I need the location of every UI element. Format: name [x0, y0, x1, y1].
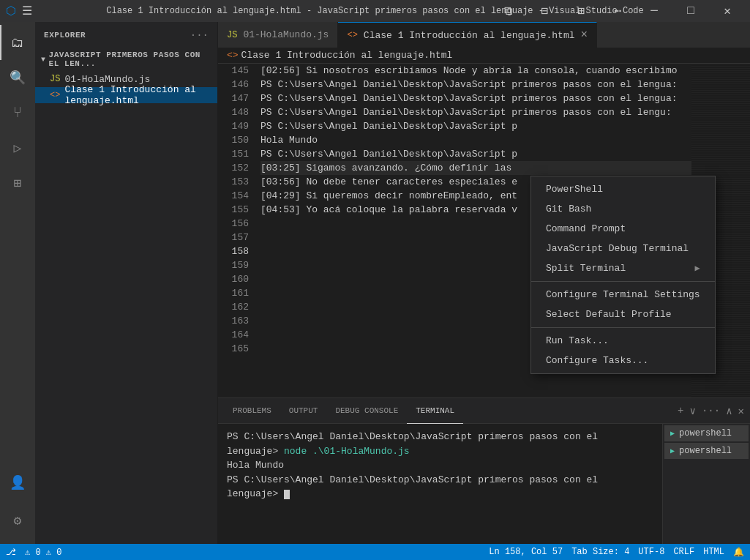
menu-command-prompt-label: Command Prompt — [546, 223, 626, 234]
status-bar: ⎇ ⚠ 0 ⚠ 0 Ln 158, Col 57 Tab Size: 4 UTF… — [0, 544, 750, 560]
breadcrumb: <> Clase 1 Introducción al lenguaje.html — [218, 48, 750, 64]
menu-item-configure-terminal[interactable]: Configure Terminal Settings — [531, 285, 715, 305]
menu-item-run-task[interactable]: Run Task... — [531, 331, 715, 351]
menu-select-default-label: Select Default Profile — [546, 309, 672, 320]
tab-js-label: 01-HolaMundo.js — [243, 29, 329, 40]
tree-section-header[interactable]: ▼ JAVASCRIPT PRIMEROS PASOS CON EL LEN..… — [35, 48, 217, 71]
terminal-right-panel: ▶ powershell ▶ powershell — [662, 424, 750, 544]
close-button[interactable]: ✕ — [710, 0, 744, 22]
activity-source-control[interactable]: ⑂ — [0, 95, 35, 130]
activity-bar: 🗂 🔍 ⑂ ▷ ⊞ 👤 ⚙ — [0, 22, 35, 544]
menu-item-js-debug[interactable]: JavaScript Debug Terminal — [531, 239, 715, 258]
panel-actions: + ∨ ··· ∧ ✕ — [678, 405, 744, 417]
terminal-body: PS C:\Users\Angel Daniel\Desktop\JavaScr… — [218, 424, 750, 544]
panel-tab-output[interactable]: OUTPUT — [280, 398, 327, 424]
panel-tab-terminal[interactable]: TERMINAL — [407, 398, 463, 424]
ps-tab-1-label: powershell — [679, 428, 732, 438]
vscode-logo-icon: ⬡ — [6, 4, 16, 18]
ps-tab-2-label: powershell — [679, 446, 732, 456]
tab-js[interactable]: JS 01-HolaMundo.js — [218, 22, 338, 48]
menu-item-select-default[interactable]: Select Default Profile — [531, 305, 715, 324]
html-breadcrumb-icon: <> — [227, 50, 239, 61]
menu-git-bash-label: Git Bash — [546, 204, 591, 214]
terminal-content[interactable]: PS C:\Users\Angel Daniel\Desktop\JavaScr… — [218, 424, 662, 544]
panel-tab-debug[interactable]: DEBUG CONSOLE — [326, 398, 407, 424]
html-file-icon: <> — [50, 90, 60, 100]
terminal-panel: PROBLEMS OUTPUT DEBUG CONSOLE TERMINAL +… — [218, 397, 750, 544]
tree-arrow-icon: ▼ — [41, 56, 46, 64]
file-tree: ▼ JAVASCRIPT PRIMEROS PASOS CON EL LEN..… — [35, 48, 217, 544]
titlebar: ⬡ ☰ Clase 1 Introducción al lenguaje.htm… — [0, 0, 750, 22]
status-feedback-icon[interactable]: 🔔 — [733, 547, 744, 558]
menu-split-terminal-label: Split Terminal — [546, 263, 626, 274]
file-item-js-label: 01-HolaMundo.js — [64, 74, 150, 85]
tree-section-label: JAVASCRIPT PRIMEROS PASOS CON EL LEN... — [49, 51, 211, 68]
activity-accounts[interactable]: 👤 — [0, 465, 35, 500]
status-right: Ln 158, Col 57 Tab Size: 4 UTF-8 CRLF HT… — [489, 547, 744, 558]
hamburger-menu-icon[interactable]: ☰ — [22, 4, 32, 18]
activity-search[interactable]: 🔍 — [0, 60, 35, 95]
status-tab-size[interactable]: Tab Size: 4 — [571, 547, 629, 557]
tab-js-icon: JS — [227, 30, 237, 40]
menu-item-powershell[interactable]: PowerShell — [531, 179, 715, 199]
ps-icon-2: ▶ — [670, 447, 675, 455]
new-terminal-icon[interactable]: + — [678, 405, 683, 417]
panel-tabs-bar: PROBLEMS OUTPUT DEBUG CONSOLE TERMINAL +… — [218, 398, 750, 424]
sidebar: EXPLORER ··· ▼ JAVASCRIPT PRIMEROS PASOS… — [35, 22, 218, 544]
ps-icon-1: ▶ — [670, 429, 675, 438]
sidebar-title: EXPLORER — [44, 31, 86, 40]
js-file-icon: JS — [50, 74, 60, 84]
menu-item-configure-tasks[interactable]: Configure Tasks... — [531, 351, 715, 370]
tab-close-icon[interactable]: × — [581, 29, 588, 41]
activity-explorer[interactable]: 🗂 — [0, 25, 35, 60]
powershell-tab-1[interactable]: ▶ powershell — [664, 425, 749, 441]
breadcrumb-path: Clase 1 Introducción al lenguaje.html — [241, 50, 453, 61]
status-language[interactable]: HTML — [703, 547, 724, 557]
menu-configure-tasks-label: Configure Tasks... — [546, 355, 648, 366]
menu-powershell-label: PowerShell — [546, 184, 603, 195]
launch-profile-icon[interactable]: ∨ — [689, 405, 695, 417]
file-item-html-label: Clase 1 Introducción al lenguaje.html — [64, 84, 211, 106]
panel-tab-problems[interactable]: PROBLEMS — [224, 398, 280, 424]
panel-more-icon[interactable]: ··· — [702, 405, 720, 417]
split-terminal-arrow-icon: ▶ — [694, 263, 700, 274]
line-numbers: 1451461471481491501511521531541551561571… — [218, 64, 255, 397]
tabs-bar: JS 01-HolaMundo.js <> Clase 1 Introducci… — [218, 22, 750, 48]
file-item-html[interactable]: <> Clase 1 Introducción al lenguaje.html — [35, 87, 217, 103]
menu-item-git-bash[interactable]: Git Bash — [531, 199, 715, 219]
context-menu: PowerShell Git Bash Command Prompt JavaS… — [530, 176, 716, 374]
tab-html[interactable]: <> Clase 1 Introducción al lenguaje.html… — [338, 22, 597, 48]
panel-close-icon[interactable]: ✕ — [738, 405, 744, 417]
menu-run-task-label: Run Task... — [546, 335, 609, 346]
sidebar-more-actions[interactable]: ··· — [190, 29, 209, 41]
activity-extensions[interactable]: ⊞ — [0, 165, 35, 201]
status-left: ⎇ ⚠ 0 ⚠ 0 — [6, 547, 61, 558]
status-eol[interactable]: CRLF — [673, 547, 694, 557]
menu-js-debug-label: JavaScript Debug Terminal — [546, 243, 689, 254]
activity-settings[interactable]: ⚙ — [0, 503, 35, 538]
tab-html-icon: <> — [347, 30, 357, 40]
window-title: Clase 1 Introducción al lenguaje.html - … — [106, 6, 644, 16]
menu-item-command-prompt[interactable]: Command Prompt — [531, 219, 715, 239]
powershell-tab-2[interactable]: ▶ powershell — [664, 443, 749, 459]
sidebar-header: EXPLORER ··· — [35, 22, 217, 48]
menu-item-split-terminal[interactable]: Split Terminal ▶ — [531, 258, 715, 278]
maximize-button[interactable]: □ — [674, 0, 708, 22]
menu-separator-1 — [531, 281, 715, 282]
status-ln-col[interactable]: Ln 158, Col 57 — [489, 547, 563, 557]
status-encoding[interactable]: UTF-8 — [638, 547, 664, 557]
status-git-icon: ⎇ — [6, 547, 16, 558]
status-errors[interactable]: ⚠ 0 ⚠ 0 — [25, 547, 61, 558]
menu-separator-2 — [531, 327, 715, 328]
panel-maximize-icon[interactable]: ∧ — [726, 405, 732, 417]
activity-run[interactable]: ▷ — [0, 130, 35, 165]
tab-html-label: Clase 1 Introducción al lenguaje.html — [364, 30, 575, 41]
menu-configure-terminal-label: Configure Terminal Settings — [546, 289, 700, 300]
